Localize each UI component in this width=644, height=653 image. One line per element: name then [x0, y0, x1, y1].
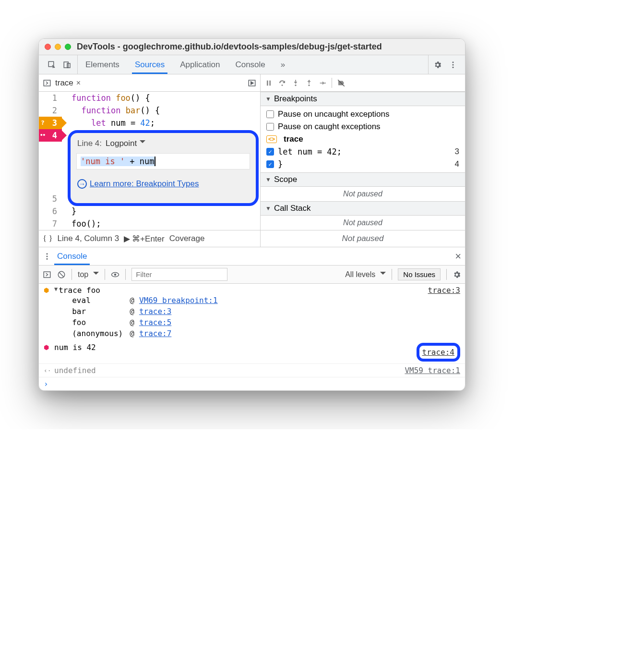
console-settings-icon[interactable]: [453, 270, 461, 279]
coverage-label[interactable]: Coverage: [169, 234, 205, 243]
scope-section-header[interactable]: ▼Scope: [261, 172, 465, 187]
pause-icon[interactable]: [264, 79, 273, 87]
context-selector[interactable]: top: [78, 270, 99, 279]
chevron-down-icon: [380, 272, 386, 278]
format-icon[interactable]: { }: [43, 234, 53, 243]
snippet-icon: <>: [266, 135, 277, 143]
breakpoint-group: <>trace: [261, 133, 465, 145]
window-title: DevTools - googlechrome.github.io/devtoo…: [77, 42, 382, 52]
chevron-down-icon: [93, 272, 99, 278]
line-number[interactable]: 7: [39, 218, 62, 230]
svg-point-16: [47, 258, 48, 259]
clear-console-icon[interactable]: [57, 270, 66, 279]
checkbox-checked-icon[interactable]: ✓: [266, 148, 274, 156]
tab-sources[interactable]: Sources: [127, 55, 172, 74]
tab-application[interactable]: Application: [172, 55, 227, 74]
step-over-icon[interactable]: [278, 79, 286, 87]
breakpoint-item[interactable]: ✓}4: [261, 158, 465, 170]
breakpoint-item[interactable]: ✓let num = 42;3: [261, 145, 465, 158]
line-number[interactable]: 2: [39, 104, 62, 117]
inspect-element-icon[interactable]: [48, 60, 56, 69]
log-source-link[interactable]: trace:4: [422, 348, 454, 357]
svg-rect-9: [269, 80, 271, 85]
settings-icon[interactable]: [433, 60, 442, 69]
line-number[interactable]: 6: [39, 205, 62, 218]
stack-source-link[interactable]: trace:5: [139, 318, 171, 327]
issues-button[interactable]: No Issues: [398, 268, 441, 280]
step-out-icon[interactable]: [305, 79, 313, 87]
svg-point-3: [453, 61, 454, 63]
file-tab-trace[interactable]: trace ×: [51, 74, 84, 91]
main-toolbar: Elements Sources Application Console »: [39, 55, 465, 74]
svg-point-15: [47, 255, 48, 257]
logpoint-log-icon: ⬢: [44, 344, 52, 351]
tab-elements[interactable]: Elements: [78, 55, 127, 74]
debugger-sidebar: ▼Breakpoints Pause on uncaught exception…: [261, 92, 465, 230]
run-shortcut: ⌘+Enter: [132, 234, 165, 244]
svg-point-20: [114, 273, 117, 276]
close-window-icon[interactable]: [45, 44, 51, 50]
line-number-logpoint[interactable]: 4: [39, 129, 62, 142]
stack-frame: (anonymous)@ trace:7: [59, 328, 460, 339]
live-expression-icon[interactable]: [111, 270, 119, 279]
svg-rect-1: [64, 62, 68, 68]
device-toolbar-icon[interactable]: [63, 60, 72, 69]
stack-fn: eval: [72, 296, 125, 305]
chevron-down-icon: [140, 140, 145, 146]
breakpoint-type-dropdown[interactable]: Logpoint: [106, 139, 249, 148]
maximize-window-icon[interactable]: [65, 44, 71, 50]
console-output: ⬢ ▼ trace footrace:3 eval@ VM69 breakpoi…: [39, 284, 465, 390]
line-number[interactable]: 1: [39, 92, 62, 104]
pause-caught-checkbox[interactable]: Pause on caught exceptions: [261, 121, 465, 133]
deactivate-breakpoints-icon[interactable]: [337, 79, 346, 87]
step-icon[interactable]: [318, 79, 327, 87]
callstack-section-header[interactable]: ▼Call Stack: [261, 201, 465, 216]
log-message: trace foo: [59, 286, 100, 295]
svg-rect-8: [267, 80, 268, 85]
drawer-tab-console[interactable]: Console: [51, 247, 93, 265]
log-source-link[interactable]: trace:3: [428, 286, 460, 295]
run-snippet-icon[interactable]: [248, 79, 256, 87]
logpoint-expression-input[interactable]: 'num is ' + num: [76, 153, 250, 169]
stack-frame: foo@ trace:5: [59, 317, 460, 328]
stack-frame: eval@ VM69 breakpoint:1: [59, 295, 460, 306]
console-sidebar-toggle-icon[interactable]: [43, 270, 51, 279]
close-drawer-icon[interactable]: ×: [455, 250, 461, 263]
scope-not-paused: Not paused: [261, 187, 465, 201]
checkbox-checked-icon[interactable]: ✓: [266, 160, 274, 168]
line-number[interactable]: 5: [39, 193, 62, 205]
cursor-position: Line 4, Column 3: [58, 234, 119, 243]
expand-icon[interactable]: ▼: [54, 286, 58, 292]
minimize-window-icon[interactable]: [55, 44, 61, 50]
callstack-not-paused: Not paused: [261, 216, 465, 230]
svg-point-10: [282, 85, 283, 86]
breakpoint-editor-popup: Line 4: Logpoint 'num is ' + num → Learn…: [68, 130, 259, 206]
tabs-overflow[interactable]: »: [273, 55, 293, 74]
pause-uncaught-checkbox[interactable]: Pause on uncaught exceptions: [261, 108, 465, 121]
stack-source-link[interactable]: trace:3: [139, 307, 171, 316]
breakpoints-section-header[interactable]: ▼Breakpoints: [261, 92, 465, 106]
stack-frame: bar@ trace:3: [59, 306, 460, 317]
stack-source-link[interactable]: trace:7: [139, 329, 171, 338]
log-levels-dropdown[interactable]: All levels: [345, 270, 386, 279]
console-prompt[interactable]: ›: [39, 377, 465, 390]
file-tab-label: trace: [55, 78, 73, 88]
tab-console[interactable]: Console: [227, 55, 273, 74]
close-tab-icon[interactable]: ×: [76, 79, 81, 87]
svg-point-11: [295, 85, 296, 86]
kebab-menu-icon[interactable]: [43, 252, 51, 261]
learn-more-link[interactable]: Learn more: Breakpoint Types: [90, 179, 199, 189]
step-into-icon[interactable]: [291, 79, 300, 87]
stack-source-link[interactable]: VM69 breakpoint:1: [139, 296, 218, 305]
filter-input[interactable]: [131, 268, 227, 281]
navigator-toggle-icon[interactable]: [43, 79, 51, 87]
code-editor[interactable]: 1function foo() { 2 function bar() { 3 l…: [39, 92, 261, 230]
line-number-conditional-bp[interactable]: 3: [39, 117, 62, 129]
kebab-menu-icon[interactable]: [449, 60, 457, 69]
log-source-link[interactable]: VM59 trace:1: [405, 366, 460, 375]
svg-point-13: [324, 82, 326, 84]
conditional-log-icon: ⬢: [44, 287, 52, 294]
svg-rect-6: [44, 80, 50, 86]
devtools-window: DevTools - googlechrome.github.io/devtoo…: [38, 38, 465, 391]
titlebar: DevTools - googlechrome.github.io/devtoo…: [39, 39, 465, 55]
